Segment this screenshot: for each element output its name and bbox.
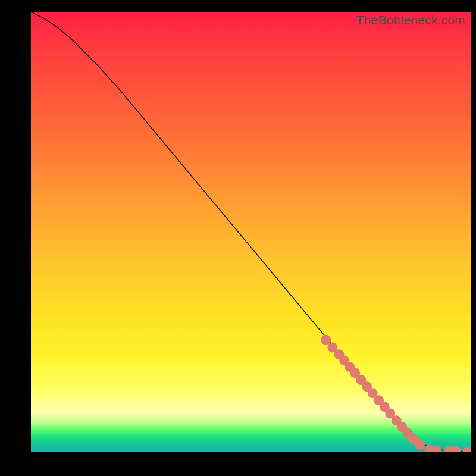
curve-line (31, 12, 471, 452)
chart-container: TheBottleneck.com (0, 0, 476, 476)
chart-svg (31, 12, 471, 452)
data-marker (415, 440, 425, 450)
plot-area: TheBottleneck.com (31, 12, 471, 452)
marker-group (321, 335, 471, 452)
